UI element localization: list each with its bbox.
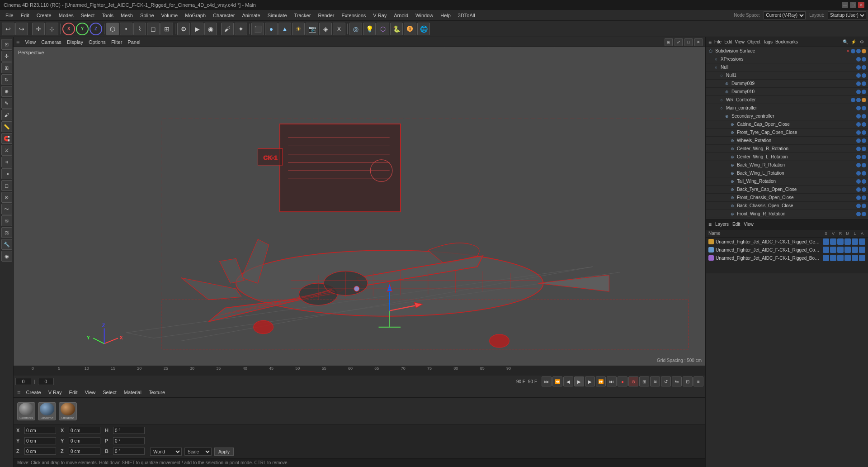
bottom-select-menu[interactable]: Select bbox=[101, 390, 118, 395]
hierarchy-render-dot[interactable] bbox=[862, 187, 866, 192]
live-select-button[interactable]: ⊹ bbox=[46, 23, 58, 35]
menu-file[interactable]: File bbox=[2, 12, 17, 19]
layer-l-toggle[interactable] bbox=[852, 255, 858, 261]
hierarchy-item[interactable]: ⬡Subdivision Surface✕ bbox=[706, 47, 868, 55]
hierarchy-visibility-dot[interactable] bbox=[856, 155, 861, 159]
vray-light-button[interactable]: 💡 bbox=[363, 23, 376, 35]
menu-mograph[interactable]: MoGraph bbox=[181, 12, 209, 19]
hierarchy-item[interactable]: ⊕Dummy009 bbox=[706, 80, 868, 88]
hierarchy-item[interactable]: ○Main_controller bbox=[706, 104, 868, 112]
hierarchy-visibility-dot[interactable] bbox=[851, 98, 855, 102]
layer-v-toggle[interactable] bbox=[830, 247, 836, 253]
scale-tool[interactable]: ⊞ bbox=[1, 62, 12, 73]
hierarchy-item[interactable]: ⊕Front_Chassis_Open_Close bbox=[706, 194, 868, 202]
menu-arnold[interactable]: Arnold bbox=[390, 12, 412, 19]
layers-edit-menu[interactable]: Edit bbox=[732, 222, 740, 227]
layout-select[interactable]: Startup (User) bbox=[828, 11, 866, 19]
twist-tool[interactable]: 🔧 bbox=[1, 239, 12, 250]
scale-select[interactable]: Scale bbox=[184, 448, 212, 456]
go-to-end-button[interactable]: ⏭ bbox=[607, 376, 617, 386]
hierarchy-visibility-dot[interactable] bbox=[856, 187, 861, 192]
hierarchy-render-dot[interactable] bbox=[862, 81, 866, 86]
layer-s-toggle[interactable] bbox=[823, 255, 829, 261]
bevel-tool[interactable]: ◻ bbox=[1, 180, 12, 191]
viewport-icon-1[interactable]: ⊞ bbox=[665, 38, 673, 46]
hierarchy-render-dot[interactable] bbox=[862, 195, 866, 200]
knife-tool[interactable]: ⚔ bbox=[1, 145, 12, 156]
hierarchy-visibility-dot[interactable] bbox=[856, 163, 861, 167]
render-settings-button[interactable]: ⚙ bbox=[177, 23, 190, 35]
bulge-tool[interactable]: ◉ bbox=[1, 251, 12, 262]
prev-key-button[interactable]: ⏪ bbox=[552, 376, 562, 386]
layer-r-toggle[interactable] bbox=[837, 247, 844, 253]
layer-a-toggle[interactable] bbox=[859, 255, 865, 261]
menu-create[interactable]: Create bbox=[33, 12, 55, 19]
viewport-display-menu[interactable]: Display bbox=[67, 39, 83, 45]
layer-a-toggle[interactable] bbox=[859, 247, 865, 253]
rpanel-file-menu[interactable]: File bbox=[714, 39, 722, 44]
object-mode-button[interactable]: ⬡ bbox=[106, 23, 119, 35]
hierarchy-visibility-dot[interactable] bbox=[856, 147, 861, 151]
rpanel-settings-icon[interactable]: ⚙ bbox=[858, 38, 865, 46]
layer-v-toggle[interactable] bbox=[830, 238, 836, 245]
hierarchy-item[interactable]: ⊕Back_Wing_R_Rotation bbox=[706, 161, 868, 169]
extrude-tool[interactable]: ⇥ bbox=[1, 168, 12, 179]
menu-animate[interactable]: Animate bbox=[238, 12, 264, 19]
hierarchy-render-dot[interactable] bbox=[862, 130, 866, 135]
layer-v-toggle[interactable] bbox=[830, 255, 836, 261]
z-position-input[interactable] bbox=[24, 448, 56, 455]
python-button[interactable]: 🐍 bbox=[390, 23, 403, 35]
maximize-button[interactable]: □ bbox=[850, 2, 856, 8]
hierarchy-tag-dot[interactable] bbox=[862, 49, 866, 53]
axis-z-button[interactable]: Z bbox=[90, 23, 102, 35]
hierarchy-visibility-dot[interactable] bbox=[856, 57, 861, 62]
bottom-edit-menu[interactable]: Edit bbox=[67, 390, 80, 395]
next-frame-button[interactable]: ▶ bbox=[585, 376, 595, 386]
hierarchy-tag-dot[interactable] bbox=[862, 98, 866, 102]
key-all-button[interactable]: ⊞ bbox=[639, 376, 649, 386]
viewport-view-menu[interactable]: View bbox=[25, 39, 36, 45]
menu-spline[interactable]: Spline bbox=[137, 12, 158, 19]
layers-view-menu[interactable]: View bbox=[744, 222, 754, 227]
rotate-tool[interactable]: ↻ bbox=[1, 74, 12, 85]
transform-tool[interactable]: ⊕ bbox=[1, 86, 12, 97]
layer-item[interactable]: Unarmed_Fighter_Jet_AIDC_F-CK-1_Rigged_C… bbox=[706, 246, 868, 254]
layers-menu-icon[interactable]: ≡ bbox=[708, 221, 712, 228]
hierarchy-visibility-dot[interactable] bbox=[856, 114, 861, 119]
light-button[interactable]: ☀ bbox=[292, 23, 305, 35]
hierarchy-item[interactable]: ○Null1 bbox=[706, 71, 868, 80]
hierarchy-render-dot[interactable] bbox=[862, 179, 866, 184]
menu-tracker[interactable]: Tracker bbox=[291, 12, 315, 19]
layer-a-toggle[interactable] bbox=[859, 238, 865, 245]
bottom-create-menu[interactable]: Create bbox=[24, 390, 43, 395]
layers-label[interactable]: Layers bbox=[715, 222, 729, 227]
motion-blur-button[interactable]: ≋ bbox=[650, 376, 660, 386]
hierarchy-item[interactable]: ⊕Back_Wing_L_Rotation bbox=[706, 169, 868, 177]
render-button[interactable]: ▶ bbox=[191, 23, 203, 35]
hierarchy-visibility-dot[interactable] bbox=[856, 73, 861, 78]
bridge-tool[interactable]: ⌗ bbox=[1, 157, 12, 167]
hierarchy-visibility-dot[interactable] bbox=[856, 179, 861, 184]
viewport-icon-4[interactable]: ✕ bbox=[694, 38, 703, 46]
viewport[interactable]: Perspective Default Camera:* bbox=[14, 47, 705, 366]
rpanel-bookmarks-menu[interactable]: Bookmarks bbox=[775, 39, 798, 44]
layer-l-toggle[interactable] bbox=[852, 238, 858, 245]
rpanel-edit-menu[interactable]: Edit bbox=[724, 39, 732, 44]
viewport-icon-3[interactable]: □ bbox=[684, 38, 693, 46]
layer-l-toggle[interactable] bbox=[852, 247, 858, 253]
minimize-button[interactable]: — bbox=[842, 2, 848, 8]
interactive-render-button[interactable]: ◉ bbox=[204, 23, 217, 35]
apply-button[interactable]: Apply bbox=[214, 448, 234, 456]
hierarchy-render-dot[interactable] bbox=[856, 49, 861, 53]
hierarchy-render-dot[interactable] bbox=[862, 212, 866, 216]
material-controls[interactable]: Controls bbox=[17, 402, 35, 420]
bottom-view-menu[interactable]: View bbox=[83, 390, 98, 395]
viewport-icon-2[interactable]: ⤢ bbox=[675, 38, 683, 46]
hierarchy-visibility-dot[interactable] bbox=[856, 122, 861, 127]
loop-select[interactable]: ⊙ bbox=[1, 192, 12, 203]
hierarchy-visibility-dot[interactable] bbox=[856, 138, 861, 143]
material-button[interactable]: ◈ bbox=[319, 23, 332, 35]
z-rotation-input[interactable] bbox=[69, 448, 100, 455]
hierarchy-render-dot[interactable] bbox=[862, 57, 866, 62]
record-button[interactable]: ● bbox=[618, 376, 627, 386]
